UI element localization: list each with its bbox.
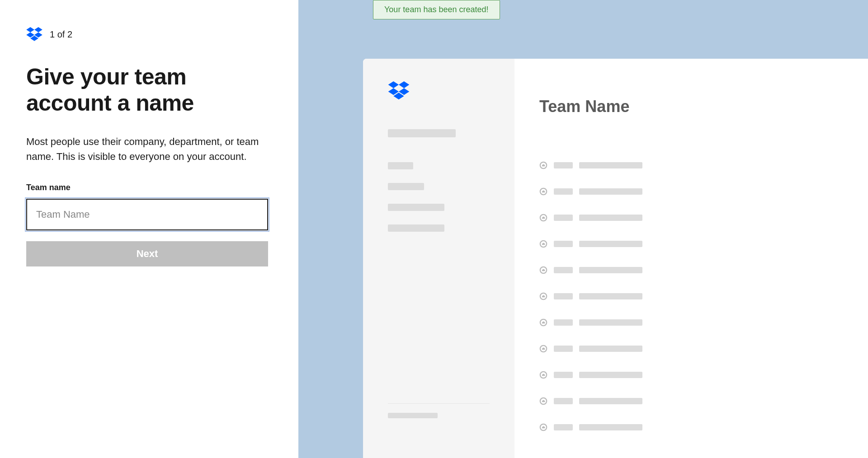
- skeleton-bar: [388, 162, 413, 169]
- preview-list-row: [539, 371, 843, 379]
- cloud-icon: [539, 292, 547, 300]
- team-name-input[interactable]: [26, 199, 268, 230]
- preview-dropbox-logo-icon: [388, 81, 410, 100]
- page-title: Give your team account a name: [26, 64, 272, 116]
- skeleton-bar: [579, 372, 642, 378]
- step-counter: 1 of 2: [50, 29, 72, 40]
- skeleton-bar: [579, 215, 642, 221]
- preview-sidebar: [363, 59, 514, 458]
- skeleton-bar: [554, 267, 573, 273]
- cloud-icon: [539, 187, 547, 196]
- cloud-icon: [539, 161, 547, 169]
- preview-list-row: [539, 161, 843, 169]
- skeleton-bar: [579, 162, 642, 168]
- cloud-icon: [539, 214, 547, 222]
- skeleton-bar: [579, 293, 642, 299]
- step-header: 1 of 2: [26, 27, 272, 42]
- next-button[interactable]: Next: [26, 241, 268, 266]
- preview-list-row: [539, 397, 843, 405]
- skeleton-bar: [579, 241, 642, 247]
- preview-list-row: [539, 318, 843, 327]
- skeleton-bar: [388, 204, 444, 211]
- skeleton-bar: [554, 188, 573, 195]
- skeleton-bar: [554, 424, 573, 430]
- skeleton-bar: [579, 319, 642, 326]
- skeleton-bar: [579, 188, 642, 195]
- skeleton-bar: [554, 241, 573, 247]
- preview-list-row: [539, 266, 843, 274]
- preview-team-title: Team Name: [539, 97, 843, 116]
- success-toast: Your team has been created!: [373, 0, 500, 19]
- preview-list-row: [539, 187, 843, 196]
- cloud-icon: [539, 371, 547, 379]
- skeleton-bar: [554, 346, 573, 352]
- preview-main-content: Team Name: [514, 59, 868, 458]
- skeleton-bar: [554, 215, 573, 221]
- preview-list-row: [539, 240, 843, 248]
- cloud-icon: [539, 266, 547, 274]
- cloud-icon: [539, 397, 547, 405]
- skeleton-bar: [579, 346, 642, 352]
- preview-list-row: [539, 292, 843, 300]
- setup-form-panel: 1 of 2 Give your team account a name Mos…: [0, 0, 298, 458]
- cloud-icon: [539, 318, 547, 327]
- cloud-icon: [539, 240, 547, 248]
- preview-list-row: [539, 345, 843, 353]
- skeleton-bar: [579, 398, 642, 404]
- skeleton-bar: [554, 372, 573, 378]
- skeleton-bar: [388, 413, 438, 418]
- cloud-icon: [539, 345, 547, 353]
- sidebar-divider: [388, 403, 490, 404]
- preview-list-row: [539, 214, 843, 222]
- cloud-icon: [539, 423, 547, 431]
- skeleton-bar: [554, 319, 573, 326]
- team-name-label: Team name: [26, 183, 272, 192]
- dropbox-logo-icon: [26, 27, 42, 42]
- skeleton-bar: [388, 183, 424, 190]
- preview-app-mockup: Team Name: [363, 59, 868, 458]
- skeleton-bar: [579, 267, 642, 273]
- skeleton-bar: [554, 293, 573, 299]
- preview-list-row: [539, 423, 843, 431]
- description-text: Most people use their company, departmen…: [26, 134, 266, 164]
- preview-panel: Your team has been created! Team Name: [298, 0, 868, 458]
- skeleton-bar: [388, 129, 456, 137]
- skeleton-bar: [554, 398, 573, 404]
- skeleton-bar: [579, 424, 642, 430]
- skeleton-bar: [554, 162, 573, 168]
- skeleton-bar: [388, 224, 444, 232]
